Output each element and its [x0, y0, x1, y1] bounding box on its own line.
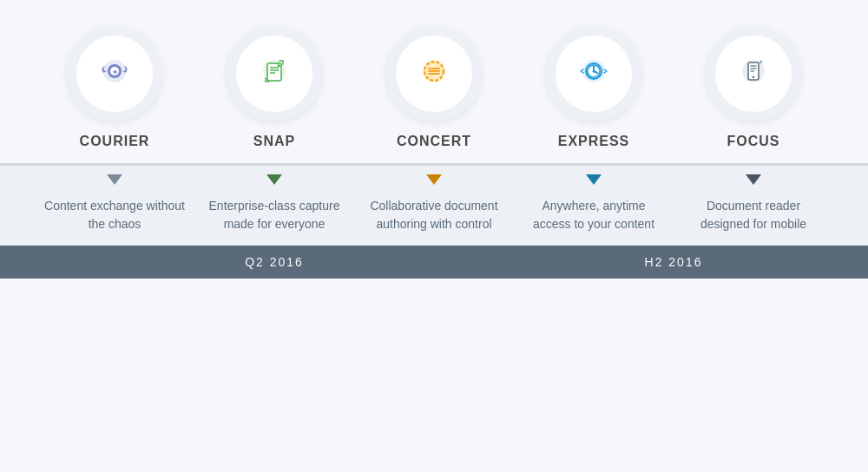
focus-description: Document reader designed for mobile — [682, 197, 825, 233]
svg-text:✦: ✦ — [112, 69, 118, 76]
concert-circle-inner — [396, 36, 472, 112]
courier-icon: ✦ — [93, 52, 136, 95]
product-concert: CONCERT — [354, 26, 514, 149]
desc-concert: Collaborative document authoring with co… — [354, 190, 514, 246]
product-focus: FOCUS — [674, 26, 833, 149]
arrow-snap — [194, 166, 354, 190]
desc-express: Anywhere, anytime access to your content — [514, 190, 674, 246]
descriptions-row: Content exchange without the chaos Enter… — [0, 190, 868, 246]
concert-arrow — [426, 174, 442, 185]
q2-release-label: Q2 2016 — [245, 255, 304, 269]
express-label: EXPRESS — [558, 134, 630, 149]
express-circle-outer — [546, 26, 641, 121]
product-snap: SNAP — [194, 26, 354, 149]
desc-courier: Content exchange without the chaos — [35, 190, 194, 246]
snap-circle-outer — [227, 26, 322, 121]
timeline-line — [0, 163, 868, 166]
focus-label: FOCUS — [727, 134, 780, 149]
focus-icon — [732, 52, 775, 95]
h2-release-container: H2 2016 — [514, 255, 833, 269]
express-arrow — [586, 174, 602, 185]
snap-description: Enterprise-class capture made for everyo… — [203, 197, 345, 233]
products-row: ✦ COURIER — [0, 26, 868, 149]
timeline-section: Content exchange without the chaos Enter… — [0, 163, 868, 279]
h2-release-label: H2 2016 — [645, 255, 703, 269]
q2-release-container: Q2 2016 — [35, 255, 514, 269]
snap-circle-inner — [236, 36, 312, 112]
courier-label: COURIER — [80, 134, 150, 149]
desc-snap: Enterprise-class capture made for everyo… — [194, 190, 354, 246]
express-circle-inner — [556, 36, 632, 112]
courier-arrow — [107, 174, 122, 185]
release-bar: Q2 2016 H2 2016 — [0, 246, 868, 279]
concert-circle-outer — [386, 26, 482, 121]
product-courier: ✦ COURIER — [35, 26, 194, 149]
arrows-row — [0, 166, 868, 190]
courier-circle-inner: ✦ — [76, 36, 153, 112]
concert-label: CONCERT — [397, 134, 471, 149]
arrow-express — [514, 166, 674, 190]
svg-point-20 — [593, 70, 595, 73]
focus-circle-inner — [715, 36, 792, 112]
courier-circle-outer: ✦ — [67, 26, 162, 121]
arrow-focus — [674, 166, 833, 190]
concert-description: Collaborative document authoring with co… — [363, 197, 505, 233]
courier-description: Content exchange without the chaos — [43, 197, 186, 233]
arrow-concert — [354, 166, 514, 190]
release-labels: Q2 2016 H2 2016 — [35, 255, 833, 269]
snap-arrow — [266, 174, 282, 185]
express-description: Anywhere, anytime access to your content — [523, 197, 665, 233]
product-express: EXPRESS — [514, 26, 674, 149]
focus-arrow — [746, 174, 761, 185]
desc-focus: Document reader designed for mobile — [674, 190, 833, 246]
express-icon — [572, 52, 615, 95]
snap-label: SNAP — [253, 134, 295, 149]
svg-point-26 — [753, 76, 754, 78]
snap-icon — [253, 52, 296, 95]
focus-circle-outer — [706, 26, 801, 121]
arrow-courier — [35, 166, 194, 190]
concert-icon — [412, 52, 456, 95]
